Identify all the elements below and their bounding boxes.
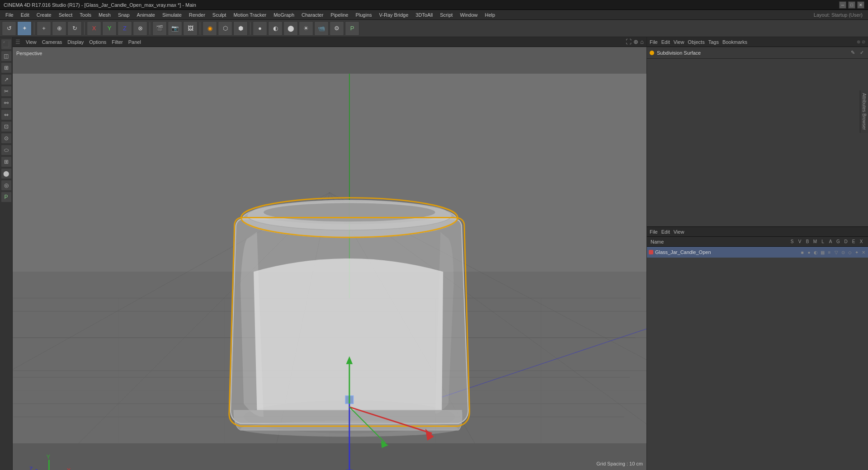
live-selection-button[interactable]: ✦ — [17, 21, 32, 36]
sculpt-tool[interactable]: ⬤ — [1, 168, 12, 179]
menu-help[interactable]: Help — [481, 11, 499, 19]
title-bar: CINEMA 4D R17.016 Studio (R17) - [Glass_… — [0, 0, 868, 10]
symmetry-tool[interactable]: ⇔ — [1, 109, 12, 120]
obj-icon-l[interactable]: ≡ — [826, 250, 832, 255]
menu-file[interactable]: File — [2, 11, 17, 19]
y-axis-button[interactable]: Y — [102, 21, 117, 36]
right-menu-tags[interactable]: Tags — [708, 39, 719, 45]
viewport-icon-2[interactable]: ⊕ — [633, 38, 638, 45]
right-bottom-menu-view[interactable]: View — [674, 229, 684, 235]
right-menu-view[interactable]: View — [674, 39, 684, 45]
undo-button[interactable]: ↺ — [2, 21, 16, 36]
menu-render[interactable]: Render — [185, 11, 209, 19]
viewport-handle-icon: ☰ — [15, 39, 20, 45]
right-menu-edit[interactable]: Edit — [661, 39, 670, 45]
menu-bar: File Edit Create Select Tools Mesh Snap … — [0, 10, 868, 20]
obj-icon-b[interactable]: ◐ — [813, 250, 819, 255]
lock-button[interactable]: ⊗ — [133, 21, 147, 36]
model-tool[interactable]: ⬛ — [1, 39, 12, 50]
obj-icon-v[interactable]: ● — [806, 250, 812, 255]
magnet-tool[interactable]: ⚯ — [1, 98, 12, 108]
edge-mode-button[interactable]: ⬡ — [218, 21, 232, 36]
materials-button[interactable]: ● — [253, 21, 267, 36]
right-menu-file[interactable]: File — [650, 39, 658, 45]
title-bar-controls: ─ □ ✕ — [839, 1, 864, 9]
right-bottom-menu-file[interactable]: File — [650, 229, 658, 235]
viewport-menu-view[interactable]: View — [26, 39, 37, 45]
close-button[interactable]: ✕ — [857, 1, 864, 9]
texture-tool[interactable]: ◫ — [1, 51, 12, 61]
deformers-button[interactable]: ◐ — [268, 21, 283, 36]
render-button[interactable]: 📷 — [168, 21, 182, 36]
viewport-menu-display[interactable]: Display — [67, 39, 84, 45]
viewport-menu-options[interactable]: Options — [89, 39, 106, 45]
subdiv-check-icon[interactable]: ✓ — [858, 49, 865, 56]
paint-tool[interactable]: ⬭ — [1, 145, 12, 155]
obj-icon-e[interactable]: ✦ — [854, 250, 859, 255]
camera-button[interactable]: 📹 — [314, 21, 329, 36]
right-menu-objects[interactable]: Objects — [688, 39, 704, 45]
viewport-menu-panel[interactable]: Panel — [128, 39, 141, 45]
move-button[interactable]: + — [37, 21, 51, 36]
light-button[interactable]: ☀ — [299, 21, 313, 36]
menu-simulate[interactable]: Simulate — [159, 11, 185, 19]
menu-pipeline[interactable]: Pipeline — [327, 11, 352, 19]
object-row-glass-jar[interactable]: Glass_Jar_Candle_Open ■ ● ◐ ▦ ≡ ▽ ⊙ ◇ ✦ … — [647, 247, 868, 258]
menu-tools[interactable]: Tools — [76, 11, 95, 19]
obj-icon-m[interactable]: ▦ — [820, 250, 826, 255]
polygon-mode-button[interactable]: ⬢ — [233, 21, 248, 36]
python-button[interactable]: P — [345, 21, 359, 36]
col-b: B — [804, 239, 811, 244]
viewport-icon-1[interactable]: ⛶ — [626, 38, 632, 45]
viewport-menu-filter[interactable]: Filter — [112, 39, 123, 45]
menu-snap[interactable]: Snap — [114, 11, 133, 19]
bp-3d-tool[interactable]: ⊞ — [1, 62, 12, 73]
menu-sculpt[interactable]: Sculpt — [209, 11, 230, 19]
spline-tool[interactable]: ↗ — [1, 74, 12, 85]
obj-icon-d[interactable]: ◇ — [847, 250, 853, 255]
maximize-button[interactable]: □ — [848, 1, 855, 9]
viewport-menu-cameras[interactable]: Cameras — [42, 39, 62, 45]
scale-button[interactable]: ⊕ — [52, 21, 66, 36]
menu-mograph[interactable]: MoGraph — [270, 11, 298, 19]
minimize-button[interactable]: ─ — [839, 1, 846, 9]
obj-icon-g[interactable]: ⊙ — [840, 250, 846, 255]
menu-plugins[interactable]: Plugins — [352, 11, 375, 19]
menu-select[interactable]: Select — [55, 11, 76, 19]
right-bottom-menu-edit[interactable]: Edit — [661, 229, 670, 235]
menu-motion-tracker[interactable]: Motion Tracker — [230, 11, 270, 19]
menu-character[interactable]: Character — [298, 11, 327, 19]
knife-tool[interactable]: ✂ — [1, 86, 12, 97]
render-preview-button[interactable]: 🎬 — [152, 21, 167, 36]
generators-button[interactable]: ⬤ — [283, 21, 298, 36]
python-left-tool[interactable]: P — [1, 192, 12, 202]
rotate-button[interactable]: ↻ — [67, 21, 82, 36]
subdiv-edit-icon[interactable]: ✎ — [849, 49, 856, 56]
svg-point-24 — [264, 203, 435, 221]
menu-script[interactable]: Script — [436, 11, 456, 19]
menu-create[interactable]: Create — [33, 11, 55, 19]
obj-icon-a[interactable]: ▽ — [833, 250, 839, 255]
x-axis-button[interactable]: X — [87, 21, 101, 36]
menu-edit[interactable]: Edit — [17, 11, 33, 19]
menu-3dtoall[interactable]: 3DToAll — [412, 11, 436, 19]
menu-mesh[interactable]: Mesh — [95, 11, 114, 19]
settings-button[interactable]: ⚙ — [330, 21, 344, 36]
menu-window[interactable]: Window — [456, 11, 481, 19]
z-axis-button[interactable]: Z — [118, 21, 132, 36]
perspective-label: Perspective — [16, 51, 42, 56]
3d-viewport[interactable]: X Y Z Perspective Grid Spacing : 10 cm — [13, 47, 646, 470]
render-to-picture-button[interactable]: 🖼 — [183, 21, 198, 36]
obj-icon-s[interactable]: ■ — [799, 250, 805, 255]
attributes-browser-tab[interactable]: Attributes Browser — [860, 90, 868, 133]
menu-animate[interactable]: Animate — [133, 11, 159, 19]
menu-vray-bridge[interactable]: V-Ray Bridge — [376, 11, 412, 19]
character-tool[interactable]: ◎ — [1, 180, 12, 191]
object-mode-button[interactable]: ◉ — [203, 21, 217, 36]
lasso-tool[interactable]: ⊙ — [1, 133, 12, 144]
viewport-icon-3[interactable]: ⌂ — [640, 38, 644, 45]
right-menu-bookmarks[interactable]: Bookmarks — [722, 39, 747, 45]
array-tool[interactable]: ⊡ — [1, 121, 12, 132]
obj-icon-x[interactable]: ✕ — [860, 250, 866, 255]
hair-tool[interactable]: ⊞ — [1, 156, 12, 167]
